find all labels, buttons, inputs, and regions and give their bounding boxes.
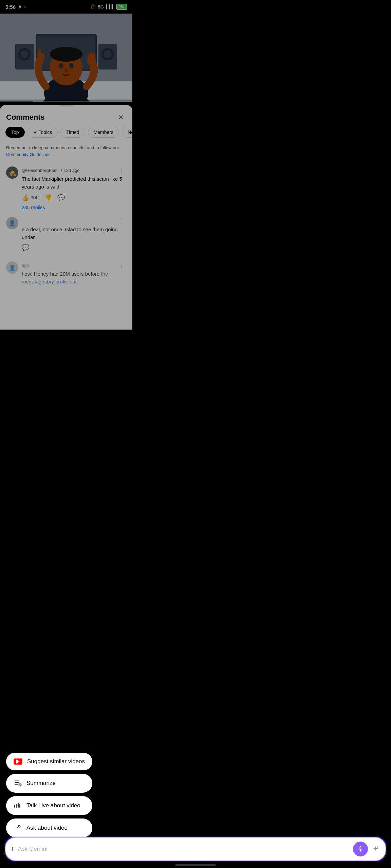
dim-overlay[interactable] <box>0 0 132 330</box>
